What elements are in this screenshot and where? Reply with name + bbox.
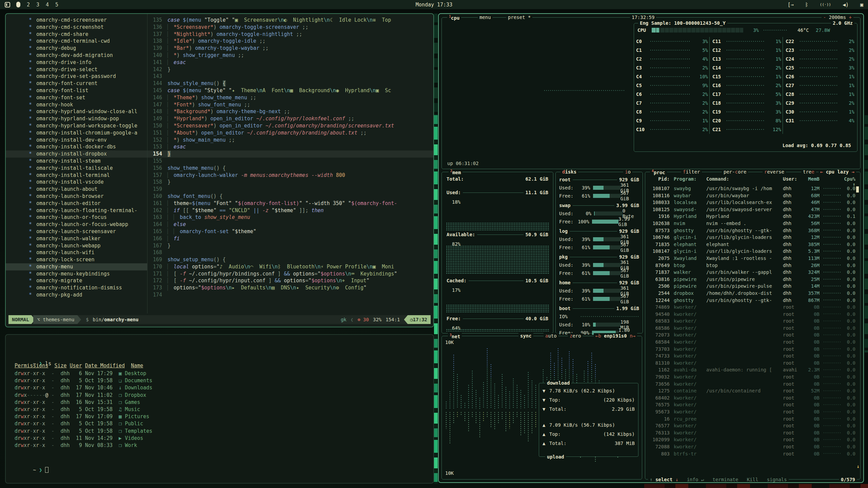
process-row[interactable]: 74869kworker/root0B0.0: [648, 304, 854, 311]
process-row[interactable]: 102099kworker/root0B0.0: [648, 436, 854, 443]
file-list-item[interactable]: *omarchy-launch-browser: [6, 193, 147, 200]
info-button[interactable]: info ↵: [687, 477, 704, 482]
workspace-4[interactable]: 4: [46, 2, 49, 8]
signals-button[interactable]: signals: [767, 477, 787, 482]
process-row[interactable]: 95673kworker/root0B0.0: [648, 408, 854, 415]
io-mode-button[interactable]: io: [623, 169, 632, 175]
file-list-item[interactable]: *omarchy-cmd-screensaver: [6, 17, 147, 24]
net-auto-button[interactable]: auto: [544, 333, 558, 339]
process-row[interactable]: 72088kworker/root0B0.0: [648, 443, 854, 450]
process-row[interactable]: 68583kworker/root0B0.0: [648, 318, 854, 325]
file-list-item[interactable]: *omarchy-install-steam: [6, 158, 147, 165]
process-row[interactable]: 71835elephantelephantdhh385M0.0: [648, 241, 854, 248]
process-row[interactable]: 73656kworker/root0B0.0: [648, 381, 854, 388]
file-list-item[interactable]: *omarchy-launch-screensaver: [6, 228, 147, 235]
file-list-item[interactable]: *omarchy-launch-about: [6, 186, 147, 193]
process-row[interactable]: 1162avahi-daavahi-daemon: running [avahi…: [648, 366, 854, 373]
proc-scrollbar-thumb[interactable]: [856, 186, 859, 192]
kill-button[interactable]: Kill: [747, 477, 758, 482]
file-list-item[interactable]: *omarchy-launch-or-focus: [6, 214, 147, 221]
file-list-item[interactable]: *omarchy-install-docker-dbs: [6, 143, 147, 150]
mem-box-title[interactable]: 2mem: [449, 169, 462, 175]
process-row[interactable]: 74733kworker/root0B0.0: [648, 352, 854, 360]
file-list-item[interactable]: *omarchy-cmd-share: [6, 31, 147, 38]
file-list-item[interactable]: *omarchy-font-current: [6, 80, 147, 87]
process-row[interactable]: 108107swaybg/usr/bin/swaybg -i /homdhh12…: [648, 185, 854, 192]
workspace-active[interactable]: [16, 2, 20, 7]
scroll-down-icon[interactable]: ↓: [857, 464, 860, 469]
process-row[interactable]: 2544dropbox/home/dhh/.dropbox-distdhh357…: [648, 290, 854, 297]
file-list-item[interactable]: *omarchy-install-dropbox: [6, 150, 147, 158]
net-sync-button[interactable]: sync: [518, 333, 533, 339]
process-row[interactable]: 81310kworker/root0B0.0: [648, 360, 854, 367]
net-interface-selector[interactable]: ←b enp191s0 n→: [594, 333, 637, 339]
file-list-item[interactable]: *omarchy-hyprland-window-pop: [6, 115, 147, 122]
file-list-item[interactable]: *omarchy-debug: [6, 45, 147, 52]
process-row[interactable]: 68402kworker/root0B0.0: [648, 394, 854, 402]
file-list-item[interactable]: *omarchy-drive-select: [6, 66, 147, 73]
proc-box-title[interactable]: 4proc: [650, 169, 667, 175]
process-row[interactable]: 79032kworker/root0B0.0: [648, 373, 854, 381]
menu-button[interactable]: menu: [478, 15, 493, 20]
process-row[interactable]: 1275containe/usr/bin/containerdroot52M0.…: [648, 387, 854, 394]
reverse-button[interactable]: reverse: [763, 169, 786, 175]
process-row[interactable]: 68586kworker/root0B0.0: [648, 325, 854, 332]
process-row[interactable]: 108125swayosd-/usr/bin/swayosd-serverdhh…: [648, 206, 854, 213]
process-row[interactable]: 68584kworker/root0B0.0: [648, 339, 854, 346]
file-list-item[interactable]: *omarchy-launch-or-focus-webapp: [6, 221, 147, 228]
file-list-item[interactable]: *omarchy-install-chromium-google-a: [6, 129, 147, 137]
process-row[interactable]: 102638nvimnvim --embed .dhh56M0.0: [648, 220, 854, 227]
process-row[interactable]: 12244ghostty/usr/bin/ghostty --gtk-dhh86…: [648, 297, 854, 304]
file-list-item[interactable]: *omarchy-launch-floating-terminal-: [6, 207, 147, 214]
filter-button[interactable]: filter: [681, 169, 702, 175]
process-row[interactable]: 63816pipewire/usr/bin/pipewiredhh25M0.0: [648, 276, 854, 283]
process-row[interactable]: 803btrfs-trroot0B0.0: [648, 450, 854, 458]
process-row[interactable]: 108116waybar/usr/bin/waybardhh68M0.0: [648, 192, 854, 199]
update-interval[interactable]: - 2000ms +: [822, 15, 853, 20]
process-row[interactable]: 87573ghostty/usr/bin/ghostty --gtk-dhh36…: [648, 227, 854, 234]
file-list-item[interactable]: *omarchy-notification-dismiss: [6, 284, 147, 291]
chip-icon[interactable]: ▣: [860, 2, 863, 8]
process-row[interactable]: 16rcu_preeroot0B0.0: [648, 415, 854, 423]
file-list-item[interactable]: *omarchy-lock-screen: [6, 256, 147, 263]
process-row[interactable]: 76577kworker/root0B0.0: [648, 422, 854, 429]
file-list-item[interactable]: *omarchy-font-set: [6, 94, 147, 101]
net-zero-button[interactable]: zero: [568, 333, 583, 339]
file-list-item[interactable]: *omarchy-font-list: [6, 87, 147, 94]
workspace-5[interactable]: 5: [55, 2, 58, 8]
process-row[interactable]: 87649btopbtopdhh26M0.0: [648, 262, 854, 269]
file-list-item[interactable]: *omarchy-menu: [6, 263, 147, 270]
file-list-item[interactable]: *omarchy-dev-add-migration: [6, 52, 147, 59]
file-list-item[interactable]: *omarchy-install-vscode: [6, 179, 147, 186]
file-list-item[interactable]: *omarchy-drive-info: [6, 59, 147, 66]
process-row[interactable]: 108033localsea/usr/lib/localsearch-exdhh…: [648, 199, 854, 206]
terminal-cursor[interactable]: [45, 467, 48, 473]
file-list-item[interactable]: *omarchy-launch-editor: [6, 200, 147, 207]
preset-button[interactable]: preset *: [506, 15, 532, 20]
file-list-item[interactable]: *omarchy-install-terminal: [6, 172, 147, 179]
bluetooth-icon[interactable]: ᛒ: [805, 2, 808, 8]
sort-selector[interactable]: ← cpu lazy →: [818, 169, 856, 175]
select-button[interactable]: select: [655, 477, 673, 482]
volume-icon[interactable]: ◀): [843, 2, 849, 8]
file-list-item[interactable]: *omarchy-hook: [6, 101, 147, 108]
tree-button[interactable]: tree: [801, 169, 816, 175]
process-row[interactable]: 71837walker/usr/bin/walker --gappldhh324…: [648, 269, 854, 276]
file-list-item[interactable]: *omarchy-launch-wifi: [6, 249, 147, 256]
file-list-item[interactable]: *omarchy-pkg-add: [6, 291, 147, 299]
file-list-item[interactable]: *omarchy-cmd-terminal-cwd: [6, 38, 147, 45]
file-list-item[interactable]: *omarchy-install-dev-env: [6, 137, 147, 144]
file-list-item[interactable]: *omarchy-launch-walker: [6, 235, 147, 242]
process-row[interactable]: 72073kworker/root0B0.0: [648, 331, 854, 339]
process-row[interactable]: 1916HyprlandHyprlanddhh423M0.1: [648, 213, 854, 220]
file-list-item[interactable]: *omarchy-hyprland-workspace-toggle: [6, 122, 147, 129]
process-row[interactable]: 108147glycin-i/usr/lib/glycin-loadersdhh…: [648, 248, 854, 255]
file-list-item[interactable]: *omarchy-drive-set-password: [6, 73, 147, 80]
file-list-item[interactable]: *omarchy-migrate: [6, 277, 147, 284]
file-list-item[interactable]: *omarchy-menu-keybindings: [6, 270, 147, 278]
logout-icon[interactable]: [→: [788, 2, 794, 8]
terminate-button[interactable]: terminate: [713, 477, 738, 482]
workspace-3[interactable]: 3: [36, 2, 39, 8]
file-list-item[interactable]: *omarchy-hyprland-window-close-all: [6, 108, 147, 115]
process-row[interactable]: 106746glycin-i/usr/lib/glycin-loadersdhh…: [648, 234, 854, 241]
